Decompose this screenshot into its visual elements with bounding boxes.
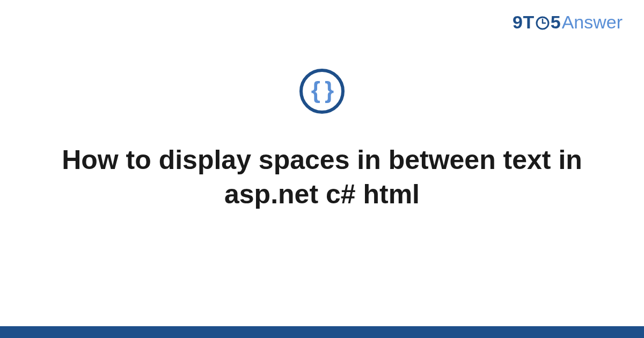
logo-text-5: 5	[551, 12, 561, 33]
category-badge: { }	[299, 69, 345, 114]
braces-icon: { }	[311, 78, 333, 102]
logo-text-answer: Answer	[562, 12, 623, 33]
logo-text-9t: 9T	[513, 12, 535, 33]
main-content: { } How to display spaces in between tex…	[0, 69, 644, 211]
footer-bar	[0, 326, 644, 338]
clock-icon	[535, 16, 550, 31]
page-title: How to display spaces in between text in…	[54, 143, 590, 211]
site-logo[interactable]: 9T 5 Answer	[513, 12, 623, 33]
